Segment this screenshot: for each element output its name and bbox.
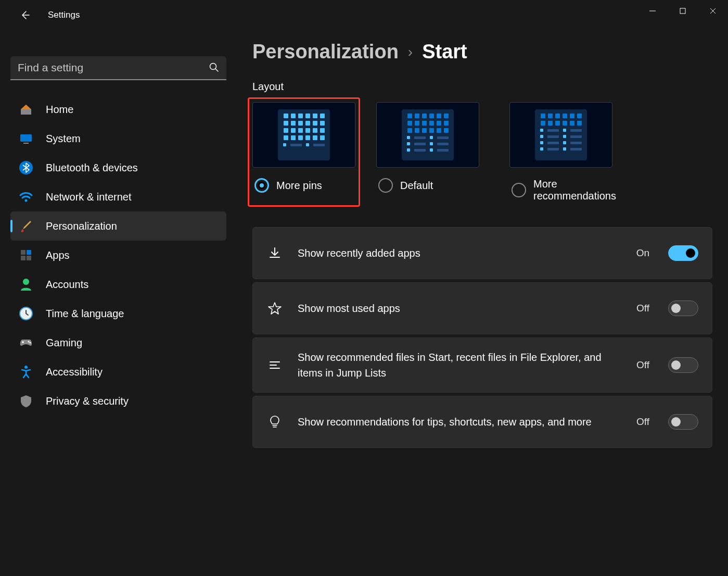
layout-option-default[interactable]: Default xyxy=(376,102,489,202)
layout-options: More pins xyxy=(252,102,712,202)
home-icon xyxy=(18,101,34,118)
radio-label: More recommendations xyxy=(533,178,611,202)
svg-rect-12 xyxy=(21,256,25,260)
back-button[interactable] xyxy=(15,5,35,26)
setting-status: Off xyxy=(636,416,649,428)
sidebar-item-bluetooth[interactable]: Bluetooth & devices xyxy=(10,153,226,182)
svg-rect-6 xyxy=(20,134,32,142)
minimize-icon xyxy=(649,7,656,15)
svg-rect-13 xyxy=(27,256,31,260)
shield-icon xyxy=(18,393,34,409)
sidebar: Home System Bluetooth & devices Network … xyxy=(0,30,237,576)
setting-label: Show recommendations for tips, shortcuts… xyxy=(298,414,622,430)
accounts-icon xyxy=(18,276,34,293)
setting-list: Show recently added apps On Show most us… xyxy=(252,227,712,448)
wifi-icon xyxy=(18,189,34,205)
sidebar-item-gaming[interactable]: Gaming xyxy=(10,328,226,357)
toggle-recommendations-tips[interactable] xyxy=(668,414,698,430)
sidebar-item-label: Time & language xyxy=(46,308,124,320)
search-box[interactable] xyxy=(10,56,226,80)
layout-preview-more-pins xyxy=(252,102,355,168)
sidebar-item-system[interactable]: System xyxy=(10,124,226,153)
setting-recommendations-tips[interactable]: Show recommendations for tips, shortcuts… xyxy=(252,396,712,448)
maximize-icon xyxy=(679,7,686,15)
chevron-right-icon: › xyxy=(408,44,413,60)
svg-rect-11 xyxy=(27,250,31,255)
download-icon xyxy=(266,246,283,260)
sidebar-item-label: Bluetooth & devices xyxy=(46,162,138,174)
window-title: Settings xyxy=(48,10,80,20)
maximize-button[interactable] xyxy=(668,0,698,22)
svg-point-14 xyxy=(23,279,29,285)
sidebar-item-label: Accessibility xyxy=(46,366,103,378)
sidebar-item-label: Apps xyxy=(46,249,70,261)
bluetooth-icon xyxy=(18,159,34,176)
sidebar-item-network[interactable]: Network & internet xyxy=(10,182,226,211)
svg-rect-7 xyxy=(23,143,29,144)
nav-list: Home System Bluetooth & devices Network … xyxy=(10,95,226,416)
setting-recommended-files[interactable]: Show recommended files in Start, recent … xyxy=(252,337,712,393)
radio-more-pins[interactable]: More pins xyxy=(252,178,355,193)
window-controls xyxy=(637,0,728,22)
toggle-recommended-files[interactable] xyxy=(668,357,698,373)
setting-recently-added[interactable]: Show recently added apps On xyxy=(252,227,712,279)
sidebar-item-privacy[interactable]: Privacy & security xyxy=(10,386,226,416)
sidebar-item-label: Personalization xyxy=(46,220,117,232)
layout-preview-default xyxy=(376,102,479,168)
sidebar-item-label: Network & internet xyxy=(46,191,132,203)
star-icon xyxy=(266,301,283,316)
breadcrumb: Personalization › Start xyxy=(252,41,712,63)
apps-icon xyxy=(18,247,34,264)
sidebar-item-home[interactable]: Home xyxy=(10,95,226,124)
sidebar-item-accessibility[interactable]: Accessibility xyxy=(10,357,226,386)
sidebar-item-label: Privacy & security xyxy=(46,395,129,407)
section-title-layout: Layout xyxy=(252,81,712,93)
svg-point-17 xyxy=(28,341,30,343)
minimize-button[interactable] xyxy=(637,0,668,22)
radio-default[interactable]: Default xyxy=(376,178,489,193)
toggle-recently-added[interactable] xyxy=(668,245,698,261)
paintbrush-icon xyxy=(18,218,34,234)
toggle-most-used[interactable] xyxy=(668,300,698,316)
sidebar-item-label: Accounts xyxy=(46,279,88,291)
main-content: Personalization › Start Layout xyxy=(237,30,728,576)
sidebar-item-accounts[interactable]: Accounts xyxy=(10,270,226,299)
sidebar-item-personalization[interactable]: Personalization xyxy=(10,211,226,241)
svg-line-5 xyxy=(215,69,218,71)
clock-icon xyxy=(18,305,34,322)
back-arrow-icon xyxy=(20,10,30,20)
search-input[interactable] xyxy=(18,61,209,74)
sidebar-item-time[interactable]: Time & language xyxy=(10,299,226,328)
setting-status: Off xyxy=(636,359,649,371)
system-icon xyxy=(18,130,34,147)
setting-label: Show recommended files in Start, recent … xyxy=(298,349,622,381)
layout-option-more-recommendations[interactable]: More recommendations xyxy=(509,102,622,202)
close-icon xyxy=(709,7,717,15)
setting-status: Off xyxy=(636,303,649,314)
svg-rect-10 xyxy=(21,250,25,255)
radio-label: More pins xyxy=(276,180,322,192)
radio-more-recommendations[interactable]: More recommendations xyxy=(509,178,622,202)
bulb-icon xyxy=(266,415,283,429)
svg-point-19 xyxy=(24,366,28,369)
close-button[interactable] xyxy=(698,0,728,22)
setting-most-used[interactable]: Show most used apps Off xyxy=(252,282,712,334)
accessibility-icon xyxy=(18,364,34,380)
search-icon xyxy=(209,62,219,74)
sidebar-item-label: Gaming xyxy=(46,337,82,349)
svg-rect-1 xyxy=(680,8,685,14)
setting-status: On xyxy=(636,247,649,259)
sidebar-item-apps[interactable]: Apps xyxy=(10,241,226,270)
gaming-icon xyxy=(18,334,34,351)
breadcrumb-current: Start xyxy=(422,41,467,63)
setting-label: Show most used apps xyxy=(298,300,622,316)
list-icon xyxy=(266,358,283,372)
layout-option-more-pins[interactable]: More pins xyxy=(248,97,360,207)
setting-label: Show recently added apps xyxy=(298,245,622,261)
layout-preview-more-recs xyxy=(509,102,612,168)
radio-label: Default xyxy=(400,180,433,192)
svg-point-9 xyxy=(25,199,28,202)
breadcrumb-parent[interactable]: Personalization xyxy=(252,41,399,63)
svg-point-18 xyxy=(30,342,31,344)
sidebar-item-label: Home xyxy=(46,104,73,116)
